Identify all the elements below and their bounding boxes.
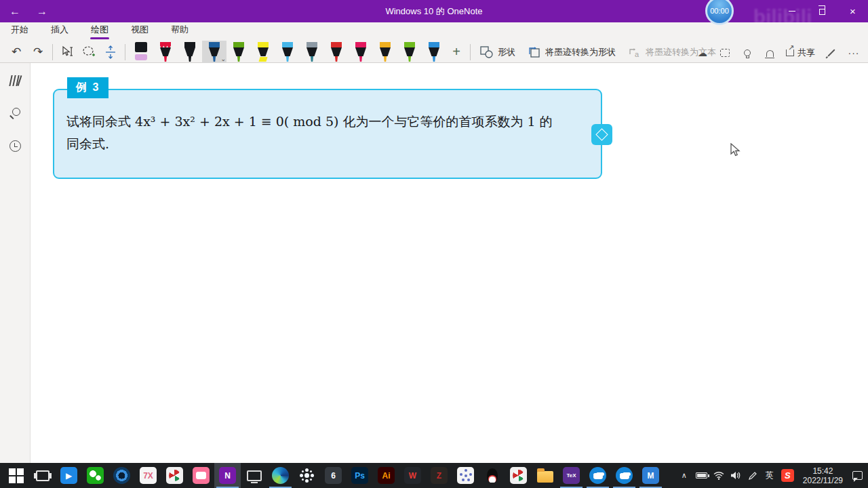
- taskbar-apps: ▶ 7X N 6 Ps Ai W Z TeX M: [0, 463, 664, 488]
- app-dots[interactable]: [452, 463, 479, 488]
- lasso-select-tool[interactable]: [78, 42, 100, 62]
- draw-mode-icon[interactable]: [825, 47, 837, 59]
- app-7x[interactable]: 7X: [135, 463, 161, 488]
- battery-icon[interactable]: [696, 468, 707, 484]
- task-view[interactable]: [29, 463, 56, 488]
- undo-button[interactable]: ↶: [5, 42, 27, 62]
- search-button[interactable]: [7, 105, 23, 121]
- pencil-crimson[interactable]: ⌄: [153, 41, 178, 63]
- photoshop-icon: Ps: [351, 467, 368, 484]
- qq[interactable]: [479, 463, 505, 488]
- tab-draw[interactable]: 绘图: [89, 21, 111, 41]
- problem-text: 试将同余式 4x³ + 3x² + 2x + 1 ≡ 0( mod 5) 化为一…: [66, 110, 591, 155]
- app-pinwheel-icon: [166, 467, 183, 484]
- problem-line-1: 试将同余式 4x³ + 3x² + 2x + 1 ≡ 0( mod 5) 化为一…: [66, 110, 591, 133]
- app-aperture[interactable]: [108, 463, 135, 488]
- bilibili-icon: [193, 467, 210, 484]
- tablet-driver-6[interactable]: 6: [320, 463, 347, 488]
- ink-to-shape-button[interactable]: 将墨迹转换为形状: [521, 42, 622, 62]
- wifi-icon[interactable]: [713, 468, 724, 484]
- full-page-view-icon[interactable]: [719, 47, 731, 59]
- microsoft-edge[interactable]: [267, 463, 294, 488]
- photoshop[interactable]: Ps: [347, 463, 373, 488]
- sogou-input-icon[interactable]: S: [781, 468, 794, 484]
- tex-app-icon: TeX: [563, 467, 580, 484]
- file-explorer[interactable]: [532, 463, 558, 488]
- task-view-icon: [36, 470, 50, 481]
- sogou-s-glyph: S: [781, 469, 794, 482]
- wechat[interactable]: [82, 463, 108, 488]
- pen-green[interactable]: ⌄: [226, 41, 251, 63]
- app-media[interactable]: [505, 463, 532, 488]
- tab-help[interactable]: 帮助: [169, 21, 191, 41]
- input-language-indicator[interactable]: 英: [764, 468, 775, 484]
- ink-pen-glyph: [748, 471, 757, 481]
- app-pinwheel[interactable]: [161, 463, 188, 488]
- wps-office[interactable]: W: [399, 463, 426, 488]
- sync-status-icon[interactable]: ☁: [696, 47, 709, 59]
- illustrator[interactable]: Ai: [373, 463, 399, 488]
- pen-silver[interactable]: ⌄: [300, 41, 324, 63]
- redo-button[interactable]: ↷: [27, 42, 49, 62]
- taskbar-clock[interactable]: 15:42 2022/11/29: [800, 466, 846, 485]
- example-note-box[interactable]: 例 3 试将同余式 4x³ + 3x² + 2x + 1 ≡ 0( mod 5)…: [53, 89, 602, 179]
- start-button-icon: [9, 468, 24, 483]
- insert-space-tool[interactable]: [100, 42, 121, 62]
- lightbulb-icon: [744, 49, 751, 56]
- highlighter-yellow[interactable]: ⌄: [251, 41, 275, 63]
- pen-gallery: ⌄ ⌄ ⌄ ⌄ ⌄ ⌄ ⌄ ⌄: [129, 41, 446, 63]
- pen-crimson[interactable]: ⌄: [349, 41, 373, 63]
- app-m-blue[interactable]: M: [637, 463, 664, 488]
- tab-home[interactable]: 开始: [9, 21, 31, 41]
- share-icon: [786, 49, 794, 56]
- onenote[interactable]: N: [214, 463, 241, 488]
- pen-black[interactable]: ⌄: [178, 41, 202, 63]
- app-window: ← → Windows 10 的 OneNote × 00:00 开始 插入 绘…: [0, 0, 868, 488]
- bilibili[interactable]: [188, 463, 214, 488]
- pen-skyblue[interactable]: ⌄: [275, 41, 300, 63]
- tex-app[interactable]: TeX: [558, 463, 585, 488]
- pen-red[interactable]: ⌄: [324, 41, 349, 63]
- add-pen-button[interactable]: +: [446, 42, 467, 62]
- pen-amber[interactable]: ⌄: [373, 41, 397, 63]
- illustrator-icon: Ai: [378, 467, 395, 484]
- close-button[interactable]: ×: [837, 0, 868, 22]
- start-button[interactable]: [3, 463, 29, 488]
- q-browser-2[interactable]: [611, 463, 637, 488]
- share-button[interactable]: 共享: [786, 47, 815, 59]
- app-flower-icon: [298, 467, 315, 484]
- app-dots-icon: [457, 467, 474, 484]
- app-monitor[interactable]: [241, 463, 267, 488]
- tab-view[interactable]: 视图: [129, 21, 151, 41]
- q-browser-1[interactable]: [585, 463, 611, 488]
- q-browser-1-icon: [589, 467, 606, 484]
- taskbar: ▶ 7X N 6 Ps Ai W Z TeX M: [0, 463, 868, 488]
- shapes-button[interactable]: 形状: [474, 42, 521, 62]
- windows-ink-icon[interactable]: [747, 468, 758, 484]
- select-objects-tool[interactable]: [56, 42, 78, 62]
- app-zbrush[interactable]: Z: [426, 463, 452, 488]
- pen-blue[interactable]: ⌄: [202, 41, 226, 63]
- page-canvas[interactable]: 例 3 试将同余式 4x³ + 3x² + 2x + 1 ≡ 0( mod 5)…: [31, 63, 868, 463]
- hidden-icons-chevron[interactable]: ∧: [679, 468, 690, 484]
- notebooks-button[interactable]: [7, 73, 23, 89]
- volume-icon[interactable]: [730, 468, 741, 484]
- app-blue-arrow[interactable]: ▶: [56, 463, 82, 488]
- more-options-button[interactable]: ···: [848, 47, 860, 59]
- pen-green-2[interactable]: ⌄: [397, 41, 422, 63]
- minimize-icon: [789, 11, 795, 12]
- clock-time: 15:42: [803, 466, 843, 476]
- tell-me-lightbulb-icon[interactable]: [741, 47, 753, 59]
- action-center-button[interactable]: [852, 468, 863, 484]
- app-flower[interactable]: [294, 463, 320, 488]
- eraser[interactable]: ⌄: [129, 41, 153, 63]
- frame-icon: [720, 49, 730, 57]
- wps-office-icon: W: [404, 467, 421, 484]
- tab-insert[interactable]: 插入: [49, 21, 71, 41]
- minimize-button[interactable]: [776, 0, 807, 22]
- pen-blue-2[interactable]: ⌄: [422, 41, 446, 63]
- note-handle-diamond[interactable]: [591, 124, 612, 145]
- restore-button[interactable]: [807, 0, 837, 22]
- recent-notes-button[interactable]: [7, 138, 23, 154]
- notifications-bell-icon[interactable]: [764, 47, 776, 59]
